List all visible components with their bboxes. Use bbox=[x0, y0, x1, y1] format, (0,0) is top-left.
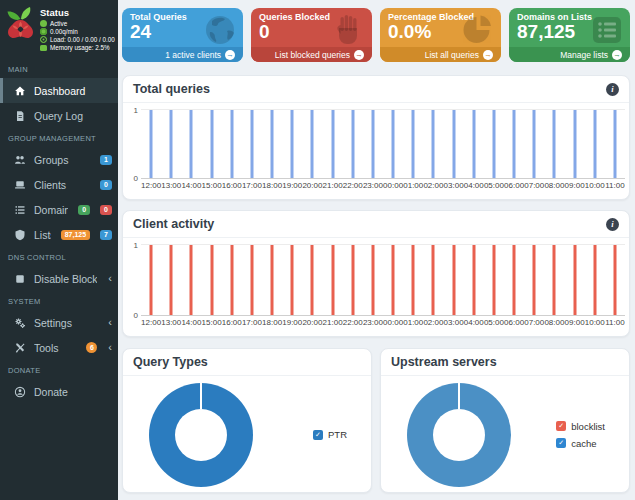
bar bbox=[371, 110, 374, 178]
nav-section-label: MAIN bbox=[0, 59, 118, 78]
card-footer-link[interactable]: List blocked queries→ bbox=[251, 47, 372, 62]
panel-client-activity: Client activity i 10 12:0013:0014:0015:0… bbox=[122, 210, 630, 337]
badge: 0 bbox=[100, 180, 112, 190]
bar bbox=[351, 110, 354, 178]
legend-item-PTR: ✓PTR bbox=[313, 429, 347, 440]
x-tick-label: 10:00 bbox=[585, 318, 605, 327]
legend-checkbox[interactable]: ✓ bbox=[556, 438, 566, 448]
x-tick-label: 02:00 bbox=[423, 181, 443, 190]
panel-header: Upstream servers bbox=[381, 349, 629, 376]
card-footer-link[interactable]: Manage lists→ bbox=[509, 47, 630, 62]
stat-card-domains-on-lists: Domains on Lists87,125Manage lists→ bbox=[509, 8, 630, 62]
bar bbox=[392, 245, 395, 315]
x-tick-label: 16:00 bbox=[222, 181, 242, 190]
x-tick-label: 03:00 bbox=[444, 181, 464, 190]
legend-label: cache bbox=[571, 438, 596, 449]
x-tick-label: 04:00 bbox=[464, 181, 484, 190]
laptop-icon bbox=[14, 179, 26, 191]
x-tick-label: 22:00 bbox=[343, 181, 363, 190]
x-tick-label: 03:00 bbox=[444, 318, 464, 327]
nav-section-label: DNS CONTROL bbox=[0, 247, 118, 266]
nav-section-label: SYSTEM bbox=[0, 291, 118, 310]
arrow-circle-right-icon: → bbox=[225, 50, 235, 60]
bar-plot bbox=[141, 109, 625, 179]
bar bbox=[210, 245, 213, 315]
sidebar-item-lists[interactable]: Lists87,1257 bbox=[0, 222, 118, 247]
status-text: Load: 0.00 / 0.00 / 0.00 bbox=[50, 36, 115, 43]
sidebar-nav: MAINDashboardQuery LogGROUP MANAGEMENTGr… bbox=[0, 59, 118, 404]
stat-card-queries-blocked: Queries Blocked0List blocked queries→ bbox=[251, 8, 372, 62]
sidebar-item-tools[interactable]: Tools6‹ bbox=[0, 335, 118, 360]
summary-cards: Total Queries241 active clients→Queries … bbox=[122, 8, 630, 62]
sidebar-item-disable-blocking[interactable]: Disable Blocking‹ bbox=[0, 266, 118, 291]
chevron-left-icon: ‹ bbox=[108, 317, 112, 328]
chevron-left-icon: ‹ bbox=[108, 273, 112, 284]
bar bbox=[190, 110, 193, 178]
bar bbox=[573, 245, 576, 315]
x-tick-label: 21:00 bbox=[323, 318, 343, 327]
x-axis: 12:0013:0014:0015:0016:0017:0018:0019:00… bbox=[141, 316, 625, 329]
x-tick-label: 10:00 bbox=[585, 181, 605, 190]
legend-item-blocklist: ✓blocklist bbox=[556, 421, 605, 432]
sidebar-item-domains[interactable]: Domains00 bbox=[0, 197, 118, 222]
x-tick-label: 19:00 bbox=[282, 318, 302, 327]
x-tick-label: 09:00 bbox=[565, 318, 585, 327]
x-tick-label: 20:00 bbox=[302, 181, 322, 190]
x-tick-label: 14:00 bbox=[181, 181, 201, 190]
bar bbox=[492, 110, 495, 178]
x-tick-label: 14:00 bbox=[181, 318, 201, 327]
bar bbox=[371, 245, 374, 315]
bar bbox=[553, 110, 556, 178]
badge: 0 bbox=[78, 205, 90, 215]
card-footer-link[interactable]: List all queries→ bbox=[380, 47, 501, 62]
status-row: Load: 0.00 / 0.00 / 0.00 bbox=[40, 36, 114, 43]
bar bbox=[250, 110, 253, 178]
bar bbox=[472, 245, 475, 315]
panel-header: Total queries i bbox=[123, 76, 629, 103]
card-footer-link[interactable]: 1 active clients→ bbox=[122, 47, 243, 62]
bar bbox=[150, 245, 153, 315]
legend-label: PTR bbox=[328, 429, 347, 440]
panel-title: Client activity bbox=[133, 217, 214, 231]
donate-icon bbox=[14, 386, 26, 398]
badge: 6 bbox=[86, 342, 97, 353]
info-icon[interactable]: i bbox=[606, 218, 619, 231]
sidebar-item-groups[interactable]: Groups1 bbox=[0, 147, 118, 172]
hand-icon bbox=[332, 13, 366, 47]
legend-checkbox[interactable]: ✓ bbox=[313, 430, 323, 440]
sidebar-item-donate[interactable]: Donate bbox=[0, 379, 118, 404]
pihole-logo bbox=[4, 6, 37, 48]
sidebar-item-label: Lists bbox=[34, 229, 51, 241]
sidebar-item-clients[interactable]: Clients0 bbox=[0, 172, 118, 197]
x-tick-label: 11:00 bbox=[605, 181, 624, 190]
bar bbox=[573, 110, 576, 178]
sidebar-item-query-log[interactable]: Query Log bbox=[0, 103, 118, 128]
x-tick-label: 20:00 bbox=[302, 318, 322, 327]
bar bbox=[311, 245, 314, 315]
bar bbox=[170, 110, 173, 178]
info-icon[interactable]: i bbox=[606, 83, 619, 96]
sidebar-item-label: Groups bbox=[34, 154, 90, 166]
y-axis: 10 bbox=[129, 109, 141, 192]
bar bbox=[331, 110, 334, 178]
donut-gap bbox=[200, 383, 202, 409]
bar bbox=[392, 110, 395, 178]
bar bbox=[190, 245, 193, 315]
query-types-chart: ✓PTR bbox=[123, 376, 371, 493]
bar bbox=[230, 110, 233, 178]
bar bbox=[593, 110, 596, 178]
users-icon bbox=[14, 154, 26, 166]
panel-header: Query Types bbox=[123, 349, 371, 376]
x-tick-label: 22:00 bbox=[343, 318, 363, 327]
card-footer-label: List all queries bbox=[425, 50, 479, 60]
x-tick-label: 09:00 bbox=[565, 181, 585, 190]
bar bbox=[170, 245, 173, 315]
x-tick-label: 18:00 bbox=[262, 318, 282, 327]
sidebar-item-dashboard[interactable]: Dashboard bbox=[0, 78, 118, 103]
bar bbox=[533, 245, 536, 315]
sidebar-item-settings[interactable]: Settings‹ bbox=[0, 310, 118, 335]
bar bbox=[412, 110, 415, 178]
card-footer-label: 1 active clients bbox=[165, 50, 221, 60]
donut-hole bbox=[433, 409, 485, 461]
legend-checkbox[interactable]: ✓ bbox=[556, 421, 566, 431]
